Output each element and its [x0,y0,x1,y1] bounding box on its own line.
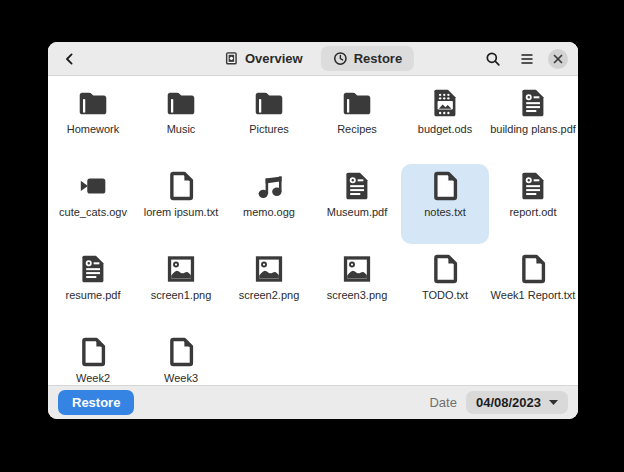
file-tile[interactable]: TODO.txt [401,247,489,327]
date-dropdown[interactable]: 04/08/2023 [466,391,568,414]
image-file-icon [164,252,198,286]
header-bar: Overview Restore [48,42,578,76]
file-label: report.odt [509,206,556,219]
file-label: lorem ipsum.txt [144,206,219,219]
file-label: screen2.png [239,289,300,302]
tab-label: Restore [354,51,402,66]
chevron-left-icon [62,51,78,67]
tab-overview[interactable]: Overview [212,46,315,71]
tab-restore[interactable]: Restore [321,46,414,71]
folder-icon [164,86,198,120]
file-tile[interactable]: Museum.pdf [313,164,401,244]
clock-icon [333,51,348,66]
backup-restore-window: Overview Restore [48,42,578,419]
file-tile[interactable]: lorem ipsum.txt [137,164,225,244]
file-tile[interactable]: Week1 Report.txt [489,247,577,327]
file-tile[interactable]: Week3 [137,330,225,385]
spreadsheet-file-icon [428,86,462,120]
folder-icon [340,86,374,120]
back-button[interactable] [58,47,82,71]
file-label: Week2 [76,372,110,385]
folder-icon [252,86,286,120]
file-label: Week3 [164,372,198,385]
image-file-icon [340,252,374,286]
file-label: cute_cats.ogv [59,206,127,219]
file-tile[interactable]: Recipes [313,81,401,161]
text-file-icon [76,335,110,369]
view-switcher: Overview Restore [212,46,414,71]
close-icon [553,54,563,64]
file-tile[interactable]: building plans.pdf [489,81,577,161]
search-icon [485,51,501,67]
audio-file-icon [252,169,286,203]
file-label: Week1 Report.txt [491,289,576,302]
caret-down-icon [549,400,558,405]
search-button[interactable] [480,46,506,72]
restore-button[interactable]: Restore [58,390,134,415]
file-label: Pictures [249,123,289,136]
file-label: TODO.txt [422,289,468,302]
file-tile[interactable]: Music [137,81,225,161]
file-label: Homework [67,123,120,136]
file-label: memo.ogg [243,206,295,219]
text-file-icon [428,252,462,286]
richtext-file-icon [340,169,374,203]
file-tile[interactable]: report.odt [489,164,577,244]
close-button[interactable] [548,49,568,69]
file-label: screen3.png [327,289,388,302]
file-label: Recipes [337,123,377,136]
richtext-file-icon [516,169,550,203]
file-tile[interactable]: Week2 [49,330,137,385]
richtext-file-icon [516,86,550,120]
file-tile[interactable]: Pictures [225,81,313,161]
date-label: Date [429,395,456,410]
text-file-icon [164,169,198,203]
menu-button[interactable] [514,46,540,72]
image-file-icon [252,252,286,286]
file-tile[interactable]: memo.ogg [225,164,313,244]
file-label: building plans.pdf [490,123,576,136]
text-file-icon [516,252,550,286]
footer-bar: Restore Date 04/08/2023 [48,385,578,419]
file-label: resume.pdf [65,289,120,302]
folder-icon [76,86,110,120]
file-tile[interactable]: resume.pdf [49,247,137,327]
file-tile[interactable]: cute_cats.ogv [49,164,137,244]
file-tile[interactable]: screen2.png [225,247,313,327]
text-file-icon [164,335,198,369]
file-grid: Homework Music Pictures Recipes budget.o… [48,76,578,385]
file-label: budget.ods [418,123,472,136]
text-file-icon [428,169,462,203]
menu-icon [519,51,535,67]
tab-label: Overview [245,51,303,66]
file-label: notes.txt [424,206,466,219]
header-actions [480,46,568,72]
video-file-icon [76,169,110,203]
file-label: screen1.png [151,289,212,302]
date-chooser: Date 04/08/2023 [429,391,568,414]
file-tile[interactable]: Homework [49,81,137,161]
file-label: Museum.pdf [327,206,388,219]
file-tile[interactable]: budget.ods [401,81,489,161]
file-tile[interactable]: screen3.png [313,247,401,327]
safe-icon [224,51,239,66]
richtext-file-icon [76,252,110,286]
file-tile-selected[interactable]: notes.txt [401,164,489,244]
date-value: 04/08/2023 [476,395,541,410]
file-label: Music [167,123,196,136]
file-tile[interactable]: screen1.png [137,247,225,327]
